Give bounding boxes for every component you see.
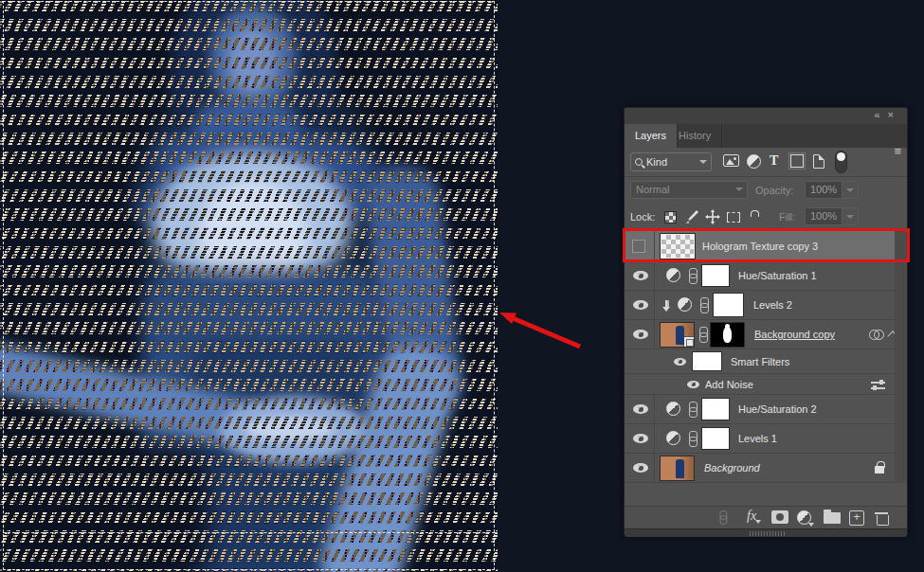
layer-row-levels-2[interactable]: Levels 2 — [625, 291, 897, 320]
layer-thumbnail-transparent[interactable] — [661, 234, 695, 259]
layer-name[interactable]: Hue/Saturation 1 — [738, 270, 817, 281]
layer-row-hue-saturation-2[interactable]: Hue/Saturation 2 — [625, 395, 897, 424]
layer-mask-thumbnail[interactable] — [701, 264, 730, 287]
layer-row-background-copy[interactable]: Background copy — [625, 320, 897, 349]
visibility-checkbox-empty[interactable] — [632, 240, 645, 253]
visibility-eye-icon[interactable] — [633, 463, 648, 473]
layers-list: Hologram Texture copy 3 Hue/Saturation 1… — [625, 231, 897, 483]
fill-label: Fill: — [779, 211, 795, 223]
opacity-value: 100% — [805, 181, 842, 199]
visibility-eye-icon[interactable] — [633, 434, 648, 443]
layer-row-background[interactable]: Background — [625, 454, 897, 483]
filter-pixel-layers-icon[interactable] — [723, 154, 739, 167]
fill-value: 100% — [805, 207, 842, 225]
adjustment-layer-icon — [666, 268, 680, 282]
new-layer-icon[interactable]: + — [849, 510, 864, 526]
mask-link-icon — [689, 431, 697, 447]
lock-position-icon[interactable] — [705, 209, 720, 224]
layer-name[interactable]: Levels 2 — [753, 299, 792, 311]
filter-type-layers-icon[interactable]: T — [770, 153, 778, 169]
layer-name[interactable]: Hue/Saturation 2 — [738, 403, 817, 415]
layer-name[interactable]: Smart Filters — [731, 356, 789, 367]
visibility-eye-icon[interactable] — [633, 271, 648, 280]
layer-row-smart-filters[interactable]: Smart Filters — [625, 349, 897, 374]
layer-mask-thumbnail[interactable] — [701, 427, 730, 450]
tab-history[interactable]: History — [668, 124, 722, 148]
close-panel-icon[interactable]: × — [888, 109, 901, 120]
clipping-mask-arrow-icon — [662, 300, 670, 311]
blend-mode-dropdown: Normal — [630, 181, 748, 199]
delete-layer-trash-icon[interactable] — [875, 510, 888, 525]
lock-row: Lock: Fill: 100% — [625, 204, 907, 231]
filter-shape-layers-icon[interactable] — [790, 154, 804, 168]
fill-dropdown-chevron — [842, 207, 859, 225]
new-group-folder-icon[interactable] — [824, 512, 841, 524]
selection-marching-ants — [3, 1, 495, 570]
chevron-down-icon — [699, 160, 707, 164]
filter-kind-value: Kind — [646, 156, 667, 168]
mask-link-icon — [689, 402, 697, 418]
layer-styles-fx-icon[interactable]: fx — [747, 509, 756, 524]
smart-filter-indicator-icon[interactable] — [869, 329, 884, 341]
add-layer-mask-icon[interactable] — [771, 510, 788, 524]
lock-label: Lock: — [630, 211, 655, 223]
layer-name[interactable]: Background — [704, 462, 760, 474]
smart-object-badge-icon — [683, 336, 695, 348]
mask-link-icon — [689, 268, 697, 284]
lock-transparency-icon[interactable] — [664, 211, 677, 223]
visibility-eye-icon[interactable] — [687, 381, 699, 388]
visibility-eye-icon[interactable] — [633, 404, 648, 414]
panel-bottom-bar: fx + — [625, 506, 907, 528]
panel-tabbar: Layers History ≡ — [625, 124, 907, 148]
lock-pixels-brush-icon[interactable] — [684, 209, 699, 224]
layer-name[interactable]: Levels 1 — [738, 433, 777, 444]
filter-kind-dropdown[interactable]: Kind — [630, 152, 712, 171]
adjustment-layer-icon — [666, 402, 680, 416]
visibility-eye-icon[interactable] — [633, 300, 648, 310]
layers-list-gutter — [895, 231, 907, 483]
adjustment-layer-icon — [666, 431, 680, 445]
filter-blending-options-icon[interactable] — [871, 380, 885, 390]
adjustment-layer-icon — [678, 297, 692, 312]
blend-mode-row: Normal Opacity: 100% — [625, 177, 907, 204]
layer-row-hue-saturation-1[interactable]: Hue/Saturation 1 — [625, 261, 897, 291]
document-canvas[interactable] — [0, 0, 498, 572]
filter-toggle-switch[interactable] — [835, 151, 847, 173]
visibility-eye-icon[interactable] — [674, 358, 686, 366]
link-layers-icon[interactable] — [720, 510, 727, 524]
layer-filter-row: Kind T — [625, 148, 907, 177]
collapse-panel-icon[interactable]: « — [874, 109, 887, 120]
panel-resize-strip[interactable] — [625, 528, 907, 537]
filter-smart-objects-icon[interactable] — [813, 154, 824, 169]
search-icon — [635, 158, 643, 166]
layer-row-add-noise[interactable]: Add Noise — [625, 374, 897, 395]
layer-thumbnail-photo[interactable] — [660, 322, 695, 348]
lock-artboard-icon[interactable] — [727, 212, 740, 223]
chevron-down-icon — [735, 188, 743, 191]
smart-filter-mask-thumbnail[interactable] — [692, 351, 722, 371]
layer-mask-thumbnail[interactable] — [713, 293, 744, 317]
blend-mode-value: Normal — [636, 184, 669, 195]
mask-link-icon — [700, 297, 708, 313]
layer-name[interactable]: Hologram Texture copy 3 — [702, 241, 818, 252]
new-adjustment-layer-icon[interactable] — [797, 510, 811, 525]
layers-panel: «× Layers History ≡ Kind T Normal Opacit… — [624, 107, 908, 536]
filter-adjustment-layers-icon[interactable] — [747, 154, 761, 169]
opacity-label: Opacity: — [755, 185, 793, 196]
layer-thumbnail-photo[interactable] — [660, 456, 695, 481]
layer-mask-thumbnail[interactable] — [701, 398, 730, 420]
mask-link-icon — [699, 327, 707, 343]
layer-mask-thumbnail-silhouette[interactable] — [710, 322, 745, 348]
opacity-dropdown-chevron — [842, 181, 859, 199]
panel-titlebar: «× — [625, 108, 907, 124]
visibility-eye-icon[interactable] — [633, 330, 648, 339]
layer-name[interactable]: Add Noise — [705, 379, 753, 390]
layer-row-levels-1[interactable]: Levels 1 — [625, 424, 897, 454]
locked-layer-icon — [875, 466, 884, 474]
layer-name[interactable]: Background copy — [754, 329, 835, 340]
resize-grip[interactable] — [750, 531, 786, 536]
layer-row-hologram-texture-copy-3[interactable]: Hologram Texture copy 3 — [625, 231, 897, 261]
selection-marching-ants-bottom — [3, 532, 495, 533]
